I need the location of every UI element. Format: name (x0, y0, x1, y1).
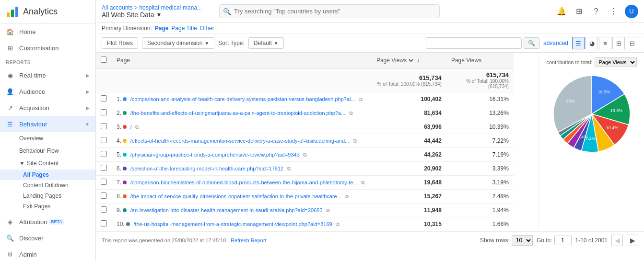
notifications-icon[interactable]: 🔔 (556, 6, 567, 17)
pie-view-button[interactable]: ◕ (585, 37, 598, 49)
comparison-view-button[interactable]: ⊞ (612, 37, 625, 49)
toolbar-search: 🔍 advanced (426, 37, 568, 49)
more-options-icon[interactable]: ⋮ (608, 6, 619, 17)
apps-icon[interactable]: ⊞ (573, 6, 585, 17)
bar-view-button[interactable]: ≡ (599, 37, 611, 49)
row-checkbox[interactable] (101, 179, 107, 185)
sidebar-nav-customisation[interactable]: ⊞ Customisation (0, 40, 95, 56)
next-page-button[interactable]: ▶ (627, 235, 638, 246)
row-checkbox[interactable] (101, 95, 107, 102)
page-views-value: 81,634 (370, 106, 446, 120)
table-search-input[interactable] (426, 37, 522, 49)
primary-dim-label: Primary Dimension: (102, 25, 152, 32)
copy-icon[interactable]: ⧉ (345, 193, 349, 199)
page-link[interactable]: /the-us-hospital-management-from-a-strat… (133, 221, 332, 227)
pivot-view-button[interactable]: ⊟ (626, 37, 638, 49)
sidebar-sub-overview[interactable]: Overview (0, 132, 95, 145)
page-link[interactable]: /selection-of-the-forecasting-model-in-h… (130, 166, 284, 171)
summary-total: 615,734 (375, 74, 442, 81)
primary-dim-bar: Primary Dimension: Page Page Title Other (96, 23, 644, 34)
sidebar-nav-acquisition[interactable]: ↗ Acquisition ▶ (0, 100, 95, 116)
sidebar-sub-behaviour-flow[interactable]: Behaviour Flow (0, 145, 95, 157)
sort-default-button[interactable]: Default ▼ (248, 37, 284, 49)
sidebar-item-label-customisation: Customisation (19, 45, 59, 52)
copy-icon[interactable]: ⧉ (135, 124, 139, 130)
dim-page[interactable]: Page (155, 25, 169, 32)
page-views-value: 63,996 (370, 120, 446, 134)
row-checkbox[interactable] (101, 123, 107, 129)
advanced-link[interactable]: advanced (543, 40, 568, 46)
help-icon[interactable]: ? (590, 6, 602, 17)
copy-icon[interactable]: ⧉ (303, 152, 307, 158)
show-rows-select[interactable]: 102550 (512, 235, 533, 246)
sidebar-sub-all-pages[interactable]: All Pages (0, 170, 95, 180)
sidebar-sub-landing-pages[interactable]: Landing Pages (0, 191, 95, 201)
search-input[interactable] (219, 4, 440, 18)
sidebar-nav-admin[interactable]: ⚙ Admin (0, 246, 95, 260)
table-view-button[interactable]: ☰ (572, 37, 585, 49)
page-link[interactable]: /comparison-and-analysis-of-health-care-… (130, 96, 355, 102)
report-toolbar: Plot Rows Secondary dimension ▼ Sort Typ… (96, 34, 644, 53)
table-row: 2. /the-benefits-and-effects-of-usingmar… (96, 106, 514, 120)
row-checkbox[interactable] (101, 165, 107, 171)
report-table: Page Page Views ↓ (96, 53, 514, 231)
row-checkbox[interactable] (101, 192, 107, 199)
refresh-link[interactable]: Refresh Report (231, 237, 267, 243)
analytics-logo-icon (6, 5, 19, 18)
secondary-dimension-button[interactable]: Secondary dimension ▼ (142, 37, 214, 49)
row-checkbox[interactable] (101, 137, 107, 143)
sidebar-nav-behaviour[interactable]: ☰ Behaviour ▼ (0, 116, 95, 132)
goto-input[interactable] (554, 236, 572, 245)
copy-icon[interactable]: ⧉ (349, 110, 353, 116)
row-checkbox[interactable] (101, 151, 107, 157)
sidebar-nav-realtime[interactable]: ◉ Real-time ▶ (0, 67, 95, 83)
contribution-select[interactable]: Page Views (595, 57, 637, 67)
sidebar-nav-attribution[interactable]: ◈ Attribution BETA (0, 214, 95, 230)
copy-icon[interactable]: ⧉ (287, 166, 291, 171)
copy-icon[interactable]: ⧉ (353, 138, 357, 144)
copy-icon[interactable]: ⧉ (359, 96, 363, 102)
dim-page-title[interactable]: Page Title (171, 25, 197, 32)
page-views-value: 11,948 (370, 203, 446, 217)
metric-sort-select[interactable]: Page Views (375, 57, 415, 64)
select-all-checkbox[interactable] (101, 57, 107, 63)
row-checkbox[interactable] (101, 109, 107, 115)
table-search-button[interactable]: 🔍 (524, 37, 539, 49)
page-link[interactable]: / (130, 124, 132, 130)
sidebar-sub-exit-pages[interactable]: Exit Pages (0, 201, 95, 212)
sidebar-nav-audience[interactable]: 👤 Audience ▶ (0, 83, 95, 100)
copy-icon[interactable]: ⧉ (326, 207, 330, 213)
copy-icon[interactable]: ⧉ (336, 221, 340, 227)
expand-icon-behaviour: ▼ (85, 122, 90, 127)
svg-text:16.3%: 16.3% (597, 90, 610, 94)
dropdown-arrow-icon: ▼ (156, 11, 162, 18)
page-dot-icon (123, 139, 127, 143)
sidebar-nav-discover[interactable]: 🔍 Discover (0, 230, 95, 246)
table-row: 8. /the-impact-of-service-quality-dimens… (96, 190, 514, 203)
sidebar: Analytics 🏠 Home ⊞ Customisation REPORTS… (0, 0, 96, 260)
copy-icon[interactable]: ⧉ (361, 180, 365, 185)
page-views-value: 15,267 (370, 190, 446, 203)
realtime-icon: ◉ (6, 71, 14, 79)
page-link[interactable]: /comparison-biochemistries-of-obtained-b… (130, 180, 358, 185)
page-link[interactable]: /effects-of-health-records-managementon-… (130, 138, 350, 144)
row-number: 3. (117, 124, 121, 130)
page-dot-icon (126, 222, 130, 226)
row-checkbox[interactable] (101, 220, 107, 226)
page-link[interactable]: /the-impact-of-service-quality-dimension… (130, 193, 341, 199)
sidebar-sub-site-content[interactable]: ▼ Site Content (0, 157, 95, 170)
row-checkbox[interactable] (101, 206, 107, 213)
site-selector[interactable]: All Web Site Data ▼ (102, 11, 206, 19)
sidebar-item-label-home: Home (19, 28, 36, 35)
sidebar-sub-content-drilldown[interactable]: Content Drilldown (0, 180, 95, 191)
dim-other[interactable]: Other (200, 25, 214, 32)
page-views-value: 44,442 (370, 134, 446, 148)
plot-rows-button[interactable]: Plot Rows (102, 37, 138, 49)
sidebar-nav-home[interactable]: 🏠 Home (0, 23, 95, 40)
page-link[interactable]: /physician-group-practice-trends-a-compr… (130, 152, 300, 158)
page-link[interactable]: /an-investigation-into-disaster-health-m… (130, 207, 323, 213)
page-link[interactable]: /the-benefits-and-effects-of-usingmariju… (130, 110, 346, 116)
avatar[interactable]: U (625, 5, 638, 18)
admin-icon: ⚙ (6, 250, 14, 259)
prev-page-button[interactable]: ◀ (611, 235, 623, 246)
